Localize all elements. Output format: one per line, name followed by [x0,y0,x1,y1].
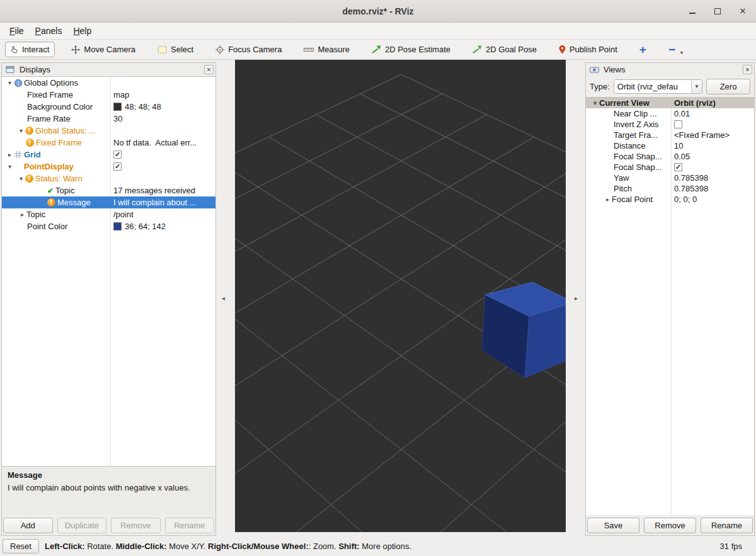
tree-row-distance[interactable]: Distance 10 [586,140,754,151]
remove-tool-button[interactable]: − ▾ [663,40,689,59]
main-area: Displays ✕ Global Options [0,60,756,536]
warning-icon [26,139,34,147]
property-value[interactable]: 0.785398 [671,183,754,194]
titlebar[interactable]: demo.rviz* - RViz ✕ [0,0,756,23]
tree-row-current-view[interactable]: Current View Orbit (rviz) [586,98,754,108]
tree-row-target-frame[interactable]: Target Fra... <Fixed Frame> [586,130,754,140]
displays-panel: Displays ✕ Global Options [1,62,216,536]
tool-2d-goal-pose[interactable]: 2D Goal Pose [467,42,542,57]
focal-shape-checkbox[interactable] [674,163,682,171]
rename-view-button[interactable]: Rename [701,518,753,533]
fps-counter: 31 fps [720,542,753,551]
property-name: Target Fra... [614,130,658,140]
interact-hand-icon [11,45,18,54]
tree-row-invert-z[interactable]: Invert Z Axis [586,119,754,130]
expander-closed-icon[interactable] [604,196,612,203]
property-value[interactable]: 0; 0; 0 [671,194,754,205]
tool-2d-pose-estimate[interactable]: 2D Pose Estimate [366,42,456,57]
3d-viewport[interactable] [235,60,566,532]
tree-row-message-selected[interactable]: Message I will complain about ... [2,196,215,208]
color-swatch[interactable] [113,103,122,111]
minimize-icon [689,13,696,14]
tree-row-grid[interactable]: Grid [2,149,215,161]
property-name: Background Color [27,101,93,113]
expander-open-icon[interactable] [6,80,14,86]
tree-row-focal-point[interactable]: Focal Point 0; 0; 0 [586,194,754,205]
add-display-button[interactable]: Add [3,518,53,533]
tree-row-focal-shape-size[interactable]: Focal Shap... 0.05 [586,151,754,162]
property-value[interactable]: 0.785398 [671,173,754,183]
property-value[interactable]: 10 [671,140,754,151]
color-swatch[interactable] [113,222,122,230]
enabled-checkbox[interactable] [113,162,122,171]
chevron-down-icon: ▾ [680,50,683,55]
collapse-left-panel-arrow[interactable]: ◂ [222,295,225,302]
minimize-button[interactable] [687,6,698,17]
expander-closed-icon[interactable] [6,152,14,158]
expander-open-icon[interactable] [591,100,599,106]
tree-row-yaw[interactable]: Yaw 0.785398 [586,173,754,183]
property-value[interactable]: map [110,89,215,101]
chevron-down-icon[interactable]: ▼ [691,80,702,93]
displays-panel-close-button[interactable]: ✕ [204,65,214,74]
enabled-checkbox[interactable] [113,150,122,159]
window-title: demo.rviz* - RViz [342,6,413,16]
view-type-combobox[interactable]: Orbit (rviz_defau ▼ [614,79,702,94]
property-value[interactable]: <Fixed Frame> [671,130,754,140]
tool-label: Move Camera [84,45,135,54]
expander-open-icon[interactable] [17,176,25,182]
reset-button[interactable]: Reset [3,539,39,553]
maximize-icon [714,8,721,14]
displays-panel-title: Displays [20,65,200,74]
property-value[interactable]: 30 [110,113,215,125]
tree-row-fixed-frame[interactable]: Fixed Frame map [2,89,215,101]
invert-z-checkbox[interactable] [674,120,682,128]
maximize-button[interactable] [712,6,723,17]
tree-row-fixed-frame-warning[interactable]: Fixed Frame No tf data. Actual err... [2,137,215,149]
warning-icon [47,198,55,207]
displays-panel-header[interactable]: Displays ✕ [2,63,215,76]
tool-focus-camera[interactable]: Focus Camera [210,42,287,57]
tree-row-frame-rate[interactable]: Frame Rate 30 [2,113,215,125]
tree-row-topic-status[interactable]: Topic 17 messages received [2,184,215,196]
tool-move-camera[interactable]: Move Camera [66,42,141,57]
zero-button[interactable]: Zero [706,79,750,94]
menu-panels[interactable]: Panels [30,24,68,38]
collapse-right-panel-arrow[interactable]: ▸ [575,295,578,302]
close-button[interactable]: ✕ [737,6,748,17]
tree-row-near-clip[interactable]: Near Clip ... 0.01 [586,108,754,119]
expander-closed-icon[interactable] [18,212,26,218]
tree-row-global-options[interactable]: Global Options [2,77,215,89]
expander-open-icon[interactable] [6,164,14,170]
point-cube-marker [482,282,566,378]
duplicate-display-button: Duplicate [57,518,107,533]
property-value[interactable]: 0.01 [671,108,754,119]
views-panel-close-button[interactable]: ✕ [743,65,752,74]
add-tool-button[interactable]: + [634,40,652,59]
property-value[interactable]: 0.05 [671,151,754,162]
tree-row-status-warn[interactable]: Status: Warn [2,173,215,184]
tree-row-pitch[interactable]: Pitch 0.785398 [586,183,754,194]
tree-row-background-color[interactable]: Background Color 48; 48; 48 [2,101,215,113]
tool-label: Select [171,45,193,54]
menubar: File Panels Help [0,23,756,39]
tool-interact[interactable]: Interact [5,42,55,57]
menu-file[interactable]: File [4,24,30,38]
views-panel-header[interactable]: Views ✕ [586,63,754,76]
tool-select[interactable]: Select [152,42,199,57]
goal-pose-arrow-icon [472,45,482,54]
property-value[interactable]: /point [110,208,215,220]
remove-view-button[interactable]: Remove [644,518,696,533]
save-view-button[interactable]: Save [587,518,639,533]
tree-row-point-color[interactable]: Point Color 36; 64; 142 [2,220,215,232]
tool-measure[interactable]: Measure [298,42,355,57]
tree-row-focal-shape-fixed[interactable]: Focal Shap... [586,162,754,173]
menu-help[interactable]: Help [67,24,97,38]
tool-publish-point[interactable]: Publish Point [553,42,623,57]
property-value[interactable]: 48; 48; 48 [110,101,215,113]
tree-row-topic[interactable]: Topic /point [2,208,215,220]
expander-open-icon[interactable] [17,128,25,134]
tree-row-pointdisplay[interactable]: PointDisplay [2,161,215,173]
property-value[interactable]: 36; 64; 142 [110,220,215,232]
tree-row-global-status[interactable]: Global Status: ... [2,125,215,137]
